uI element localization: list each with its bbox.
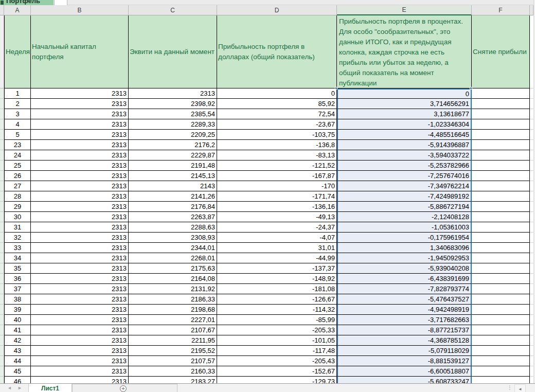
header-cell-equity[interactable]: Эквити на данный момент	[129, 15, 217, 88]
cell[interactable]: -205,43	[217, 356, 337, 366]
empty-cell-sliver[interactable]	[530, 346, 533, 356]
empty-cell-sliver[interactable]	[530, 150, 533, 161]
empty-cell-sliver[interactable]	[530, 233, 533, 243]
cell[interactable]: 5	[4, 130, 31, 140]
cell[interactable]: 2175,63	[129, 263, 217, 274]
cell[interactable]: 2288,63	[129, 222, 217, 233]
row-header-sliver[interactable]	[0, 325, 4, 335]
cell[interactable]: 2313	[31, 325, 129, 335]
cell-selected[interactable]: -4,485516645	[337, 130, 472, 140]
cell[interactable]: -49,13	[217, 212, 337, 222]
column-header-b[interactable]: B	[31, 5, 129, 15]
row-header-sliver[interactable]	[0, 191, 4, 202]
cell-selected[interactable]: -7,349762214	[337, 181, 472, 191]
cell[interactable]: 46	[4, 377, 31, 383]
empty-cell-sliver[interactable]	[530, 181, 533, 191]
cell[interactable]: -137,37	[217, 263, 337, 274]
empty-cell-sliver[interactable]	[530, 171, 533, 181]
empty-cell-sliver[interactable]	[530, 284, 533, 294]
cell[interactable]: 2229,87	[129, 150, 217, 161]
empty-cell-sliver[interactable]	[530, 294, 533, 305]
row-header-sliver[interactable]	[0, 315, 4, 325]
cell[interactable]: 44	[4, 356, 31, 366]
empty-cell-sliver[interactable]	[530, 356, 533, 366]
cell[interactable]: 38	[4, 294, 31, 305]
cell[interactable]: 2164,08	[129, 274, 217, 284]
cell[interactable]: 2313	[31, 140, 129, 150]
cell[interactable]: 2209,25	[129, 130, 217, 140]
empty-cell-sliver[interactable]	[530, 305, 533, 315]
row-header-sliver[interactable]	[0, 140, 4, 150]
cell[interactable]	[472, 212, 530, 222]
cell[interactable]: 28	[4, 191, 31, 202]
cell[interactable]: 41	[4, 325, 31, 335]
cell[interactable]: 2107,57	[129, 356, 217, 366]
empty-cell-sliver[interactable]	[530, 191, 533, 202]
cell[interactable]	[472, 233, 530, 243]
row-header-sliver[interactable]	[0, 294, 4, 305]
empty-cell-sliver[interactable]	[530, 377, 533, 383]
row-header-sliver[interactable]	[0, 150, 4, 161]
cell-selected[interactable]: -1,023346304	[337, 119, 472, 130]
cell[interactable]: -136,16	[217, 202, 337, 212]
cell[interactable]: 2313	[31, 346, 129, 356]
cell[interactable]	[472, 356, 530, 366]
empty-cell-sliver[interactable]	[530, 99, 533, 109]
empty-cell-sliver[interactable]	[530, 130, 533, 140]
cell[interactable]: 2186,33	[129, 294, 217, 305]
cell[interactable]: 35	[4, 263, 31, 274]
cell[interactable]: -85,99	[217, 315, 337, 325]
cell[interactable]: 2131,92	[129, 284, 217, 294]
cell[interactable]	[472, 243, 530, 253]
cell[interactable]: 31,01	[217, 243, 337, 253]
cell-selected[interactable]: -3,717682663	[337, 315, 472, 325]
cell[interactable]: -181,08	[217, 284, 337, 294]
cell[interactable]: 33	[4, 243, 31, 253]
cell[interactable]: 2313	[31, 181, 129, 191]
sheet-tab-list1[interactable]: Лист1	[28, 384, 72, 392]
cell[interactable]: 2313	[31, 243, 129, 253]
cell[interactable]	[472, 140, 530, 150]
cell-selected[interactable]: -1,945092953	[337, 253, 472, 263]
cell-selected[interactable]: 0	[337, 88, 472, 99]
cell[interactable]: 2198,68	[129, 305, 217, 315]
cell[interactable]: 2141,26	[129, 191, 217, 202]
cell-selected[interactable]: -7,424989192	[337, 191, 472, 202]
cell[interactable]: 2313	[31, 99, 129, 109]
tab-splitter-handle[interactable]: ⋮	[507, 385, 512, 390]
cell[interactable]: 2313	[31, 335, 129, 346]
cell[interactable]	[472, 325, 530, 335]
hscroll-left-arrow-button[interactable]: ◄	[514, 384, 526, 392]
cell-selected[interactable]: -7,828793774	[337, 284, 472, 294]
row-header-sliver[interactable]	[0, 109, 4, 119]
cell[interactable]: -23,67	[217, 119, 337, 130]
row-header-sliver[interactable]	[0, 284, 4, 294]
cell[interactable]: 2313	[31, 88, 129, 99]
row-header-sliver[interactable]	[0, 212, 4, 222]
cell-selected[interactable]: -4,942498919	[337, 305, 472, 315]
column-header-f[interactable]: F	[472, 5, 530, 15]
cell[interactable]: 2313	[31, 233, 129, 243]
cell[interactable]	[472, 284, 530, 294]
empty-cell-sliver[interactable]	[530, 263, 533, 274]
header-cell-week[interactable]: Неделя	[4, 15, 31, 88]
empty-cell-sliver[interactable]	[530, 202, 533, 212]
cell[interactable]: 2313	[31, 263, 129, 274]
cell[interactable]: 2313	[31, 171, 129, 181]
cell[interactable]	[472, 130, 530, 140]
cell[interactable]: 2313	[31, 274, 129, 284]
empty-cell-sliver[interactable]	[530, 325, 533, 335]
cell[interactable]: 2	[4, 99, 31, 109]
row-header-sliver[interactable]	[0, 305, 4, 315]
row-header-sliver[interactable]	[0, 356, 4, 366]
cell[interactable]: 2398,92	[129, 99, 217, 109]
cell[interactable]: 27	[4, 181, 31, 191]
cell[interactable]: -171,74	[217, 191, 337, 202]
row-header-sliver[interactable]	[0, 377, 4, 383]
cell[interactable]: 2263,87	[129, 212, 217, 222]
cell-selected[interactable]: -5,608733247	[337, 377, 472, 383]
cell[interactable]	[472, 119, 530, 130]
cell[interactable]: 25	[4, 161, 31, 171]
cell[interactable]: 4	[4, 119, 31, 130]
cell[interactable]: 36	[4, 274, 31, 284]
